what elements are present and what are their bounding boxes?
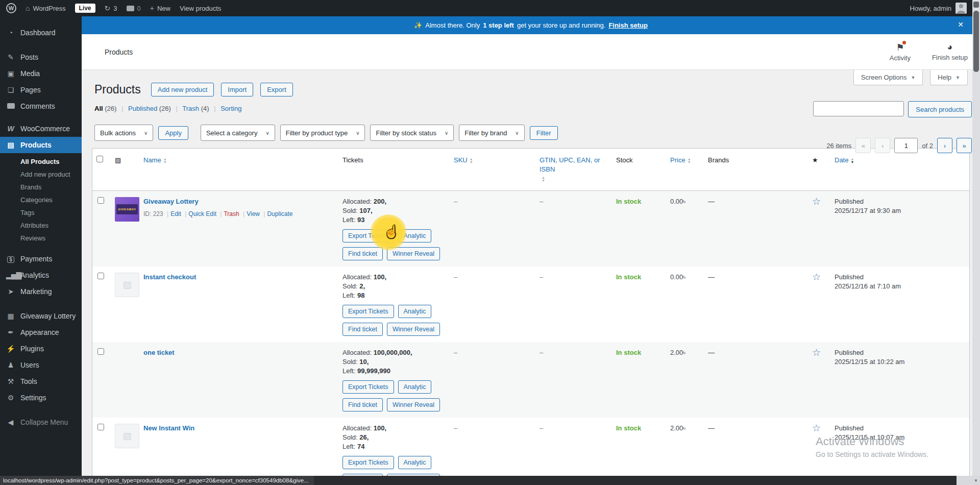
- product-name-link[interactable]: Giveaway Lottery: [143, 198, 199, 205]
- site-name-menu[interactable]: ⌂ WordPress: [26, 4, 66, 12]
- export-tickets-button[interactable]: Export Tickets: [342, 456, 394, 469]
- vertical-scrollbar[interactable]: [972, 0, 980, 476]
- sidebar-item-giveaway-lottery[interactable]: ▦ Giveaway Lottery: [0, 308, 82, 324]
- sidebar-item-media[interactable]: ▣ Media: [0, 65, 82, 82]
- export-button[interactable]: Export: [260, 83, 293, 96]
- find-ticket-button[interactable]: Find ticket: [342, 323, 383, 336]
- search-products-button[interactable]: Search products: [908, 101, 972, 117]
- import-button[interactable]: Import: [221, 83, 253, 96]
- analytic-button[interactable]: Analytic: [398, 380, 432, 394]
- product-thumbnail[interactable]: ▨: [115, 424, 139, 448]
- submenu-reviews[interactable]: Reviews: [20, 232, 82, 245]
- apply-button[interactable]: Apply: [158, 126, 188, 140]
- sidebar-item-settings[interactable]: ⚙ Settings: [0, 390, 82, 406]
- view-link[interactable]: View: [247, 210, 260, 217]
- scrollbar-thumb[interactable]: [973, 11, 979, 72]
- submenu-brands[interactable]: Brands: [20, 181, 82, 193]
- analytic-button[interactable]: Analytic: [398, 229, 432, 243]
- current-page-input[interactable]: [894, 138, 918, 153]
- howdy-menu[interactable]: Howdy, admin: [910, 5, 951, 12]
- feature-star-toggle[interactable]: ☆: [812, 423, 821, 433]
- sort-gtin-header[interactable]: GTIN, UPC, EAN, or ISBN: [540, 156, 608, 174]
- product-type-select[interactable]: Filter by product type ∨: [280, 125, 365, 141]
- sidebar-item-analytics[interactable]: ▂▅▇ Analytics: [0, 267, 82, 283]
- close-icon[interactable]: ✕: [958, 20, 964, 29]
- quick-edit-link[interactable]: Quick Edit: [188, 210, 216, 217]
- sidebar-item-woocommerce[interactable]: W WooCommerce: [0, 120, 82, 137]
- sidebar-item-users[interactable]: ♟ Users: [0, 357, 82, 373]
- last-page-button[interactable]: »: [957, 138, 972, 153]
- bulk-actions-select[interactable]: Bulk actions ∨: [94, 125, 153, 141]
- view-products-menu[interactable]: View products: [180, 5, 221, 12]
- feature-star-toggle[interactable]: ☆: [812, 196, 821, 207]
- stock-status-select[interactable]: Filter by stock status ∨: [370, 125, 454, 141]
- sort-sku-header[interactable]: SKU: [454, 156, 468, 164]
- product-thumbnail[interactable]: ▨: [115, 273, 139, 297]
- sidebar-item-payments[interactable]: $ Payments: [0, 251, 82, 267]
- finish-setup-button[interactable]: ◕ Finish setup: [932, 42, 968, 62]
- edit-link[interactable]: Edit: [170, 210, 181, 217]
- sort-date-header[interactable]: Date: [835, 156, 848, 164]
- find-ticket-button[interactable]: Find ticket: [342, 398, 383, 411]
- view-trash-link[interactable]: Trash: [182, 105, 199, 112]
- submenu-tags[interactable]: Tags: [20, 206, 82, 219]
- scroll-up-button[interactable]: [973, 2, 979, 8]
- scrollbar-corner[interactable]: ▼: [957, 476, 980, 485]
- sidebar-item-appearance[interactable]: ✒ Appearance: [0, 324, 82, 341]
- live-badge[interactable]: Live: [75, 4, 95, 13]
- submenu-categories[interactable]: Categories: [20, 193, 82, 206]
- view-sorting-link[interactable]: Sorting: [220, 105, 241, 112]
- sidebar-item-pages[interactable]: ❏ Pages: [0, 82, 82, 98]
- product-name-link[interactable]: Instant checkout: [143, 273, 196, 281]
- row-checkbox[interactable]: [97, 348, 104, 355]
- activity-button[interactable]: ⚑ Activity: [890, 42, 911, 62]
- submenu-all-products[interactable]: All Products: [20, 155, 82, 168]
- select-all-checkbox[interactable]: [96, 156, 103, 162]
- wordpress-logo-icon[interactable]: W: [6, 3, 16, 13]
- winner-reveal-button[interactable]: Winner Reveal: [387, 247, 440, 260]
- collapse-menu-button[interactable]: ◀ Collapse Menu: [0, 414, 82, 430]
- feature-star-toggle[interactable]: ☆: [812, 347, 821, 358]
- row-checkbox[interactable]: [97, 273, 104, 279]
- product-thumbnail[interactable]: GIVEAWAY: [115, 197, 139, 222]
- sort-price-header[interactable]: Price: [670, 156, 685, 164]
- feature-star-toggle[interactable]: ☆: [812, 272, 821, 282]
- sidebar-item-tools[interactable]: ⚒ Tools: [0, 373, 82, 390]
- next-page-button[interactable]: ›: [937, 138, 952, 153]
- winner-reveal-button[interactable]: Winner Reveal: [387, 323, 440, 336]
- winner-reveal-button[interactable]: Winner Reveal: [387, 398, 440, 411]
- product-name-link[interactable]: New Instant Win: [143, 424, 194, 432]
- search-input[interactable]: [813, 101, 904, 116]
- export-tickets-button[interactable]: Export Tickets: [342, 380, 394, 394]
- finish-setup-link[interactable]: Finish setup: [608, 21, 648, 29]
- updates-menu[interactable]: ↻ 3: [105, 4, 117, 12]
- analytic-button[interactable]: Analytic: [398, 456, 432, 469]
- add-new-product-button[interactable]: Add new product: [151, 83, 214, 96]
- comments-menu[interactable]: 0: [127, 5, 141, 12]
- sidebar-item-dashboard[interactable]: ◔ Dashboard: [0, 25, 82, 41]
- sidebar-item-marketing[interactable]: ➤ Marketing: [0, 283, 82, 300]
- row-checkbox[interactable]: [97, 197, 104, 204]
- sidebar-item-products[interactable]: ▤ Products: [0, 137, 82, 153]
- brand-select[interactable]: Filter by brand ∨: [459, 125, 524, 141]
- view-all-link[interactable]: All: [94, 105, 103, 112]
- submenu-add-new-product[interactable]: Add new product: [20, 168, 82, 181]
- export-tickets-button[interactable]: Export Tickets: [342, 305, 394, 318]
- row-checkbox[interactable]: [97, 424, 104, 430]
- screen-options-tab[interactable]: Screen Options ▼: [853, 70, 923, 85]
- submenu-attributes[interactable]: Attributes: [20, 219, 82, 232]
- find-ticket-button[interactable]: Find ticket: [342, 247, 383, 260]
- duplicate-link[interactable]: Duplicate: [267, 210, 292, 217]
- sort-name-header[interactable]: Name: [143, 156, 161, 164]
- sidebar-item-posts[interactable]: ✎ Posts: [0, 49, 82, 65]
- filter-button[interactable]: Filter: [530, 126, 558, 140]
- sidebar-item-comments[interactable]: Comments: [0, 98, 82, 114]
- category-select[interactable]: Select a category ∨: [201, 125, 275, 141]
- analytic-button[interactable]: Analytic: [398, 305, 432, 318]
- sidebar-item-plugins[interactable]: ⚡ Plugins: [0, 341, 82, 357]
- help-tab[interactable]: Help ▼: [930, 70, 968, 85]
- new-menu[interactable]: + New: [150, 4, 170, 12]
- product-name-link[interactable]: one ticket: [143, 349, 175, 356]
- trash-link[interactable]: Trash: [224, 210, 239, 217]
- user-avatar[interactable]: [955, 3, 967, 14]
